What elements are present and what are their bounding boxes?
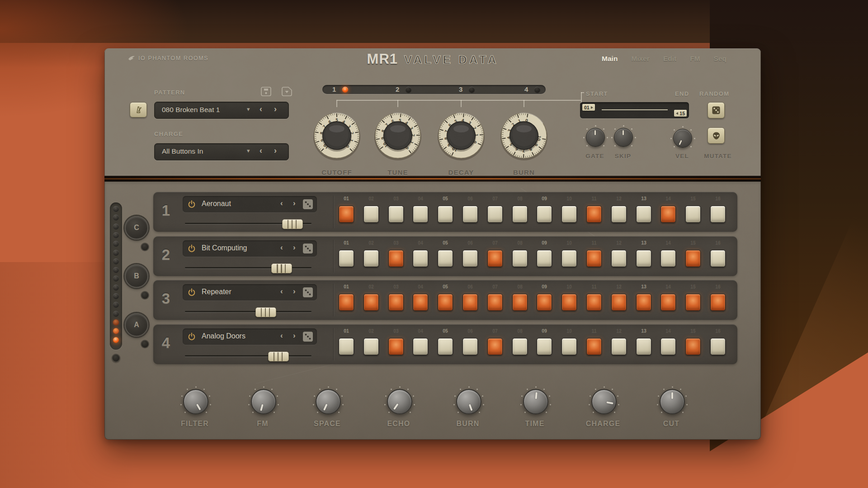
step-button-14-active[interactable] xyxy=(660,206,676,223)
fx-knob-cut[interactable] xyxy=(660,389,685,414)
track-power-button[interactable] xyxy=(187,200,196,209)
step-button-04[interactable] xyxy=(413,338,428,355)
step-button-14[interactable] xyxy=(660,250,676,267)
step-button-12-active[interactable] xyxy=(611,294,627,311)
track-volume-slider[interactable] xyxy=(185,219,311,228)
fx-knob-burn[interactable] xyxy=(456,389,481,414)
charge-prev-button[interactable]: ‹ xyxy=(259,146,262,155)
track-power-button[interactable] xyxy=(187,288,196,297)
step-button-05[interactable] xyxy=(438,338,453,355)
fx-knob-echo[interactable] xyxy=(387,389,412,414)
step-button-03-active[interactable] xyxy=(388,338,404,355)
group-button-b[interactable]: B xyxy=(125,264,148,288)
track-prev-button[interactable]: ‹ xyxy=(280,331,283,340)
step-button-09[interactable] xyxy=(537,206,552,223)
step-button-07-active[interactable] xyxy=(487,250,503,267)
step-button-02[interactable] xyxy=(363,338,379,355)
step-button-05[interactable] xyxy=(438,250,453,267)
dropdown-caret-icon[interactable]: ▾ xyxy=(247,147,250,154)
knob-gate[interactable] xyxy=(586,128,605,147)
step-button-06[interactable] xyxy=(462,338,478,355)
step-button-15-active[interactable] xyxy=(685,250,701,267)
metronome-button[interactable] xyxy=(130,102,147,117)
step-button-10[interactable] xyxy=(561,338,577,355)
step-button-03[interactable] xyxy=(388,206,404,223)
pattern-select[interactable]: 080 Broken Beat 1 ▾ ‹ › xyxy=(154,102,289,119)
step-button-13[interactable] xyxy=(636,250,651,267)
step-button-16-active[interactable] xyxy=(710,294,726,311)
track-random-button[interactable] xyxy=(303,287,313,297)
knob-skip[interactable] xyxy=(614,128,633,147)
dropdown-caret-icon[interactable]: ▾ xyxy=(247,106,250,113)
step-button-08[interactable] xyxy=(512,250,528,267)
nav-mixer[interactable]: Mixer xyxy=(631,55,650,63)
pattern-prev-button[interactable]: ‹ xyxy=(259,104,262,114)
track-volume-slider[interactable] xyxy=(185,352,311,361)
step-button-01[interactable] xyxy=(339,338,354,355)
step-button-12[interactable] xyxy=(611,250,627,267)
step-button-03-active[interactable] xyxy=(388,250,404,267)
step-button-14-active[interactable] xyxy=(660,294,676,311)
step-button-01[interactable] xyxy=(339,250,354,267)
load-pattern-button[interactable] xyxy=(281,86,292,97)
step-button-01-active[interactable] xyxy=(339,206,354,223)
step-button-02-active[interactable] xyxy=(363,294,379,311)
voice-led-1[interactable] xyxy=(342,87,348,93)
fx-knob-space[interactable] xyxy=(316,389,341,414)
step-button-11-active[interactable] xyxy=(586,206,602,223)
step-button-13[interactable] xyxy=(636,338,651,355)
track-prev-button[interactable]: ‹ xyxy=(280,287,283,296)
step-button-12[interactable] xyxy=(611,338,627,355)
track-next-button[interactable]: › xyxy=(293,243,296,252)
track-random-button[interactable] xyxy=(303,332,313,342)
track-next-button[interactable]: › xyxy=(293,287,296,296)
step-button-15[interactable] xyxy=(685,206,701,223)
pattern-next-button[interactable]: › xyxy=(274,104,277,114)
step-button-06[interactable] xyxy=(462,206,478,223)
step-button-08[interactable] xyxy=(512,338,528,355)
step-button-10[interactable] xyxy=(561,250,577,267)
voice-led-4[interactable] xyxy=(534,87,540,93)
step-button-07[interactable] xyxy=(487,206,503,223)
step-button-04-active[interactable] xyxy=(413,294,428,311)
save-pattern-button[interactable] xyxy=(260,86,272,97)
track-name[interactable]: Repeater xyxy=(202,288,231,296)
step-button-14[interactable] xyxy=(660,338,676,355)
slider-handle[interactable] xyxy=(268,352,289,361)
nav-edit[interactable]: Edit xyxy=(663,55,676,63)
nav-fm[interactable]: FM xyxy=(690,55,700,63)
track-volume-slider[interactable] xyxy=(185,307,311,316)
step-button-16[interactable] xyxy=(710,338,726,355)
step-button-10-active[interactable] xyxy=(561,294,577,311)
track-prev-button[interactable]: ‹ xyxy=(280,199,283,208)
fx-knob-filter[interactable] xyxy=(183,389,208,414)
step-button-12[interactable] xyxy=(611,206,627,223)
step-button-07-active[interactable] xyxy=(487,338,503,355)
start-end-range-slider[interactable]: 01 15 xyxy=(580,102,689,118)
step-button-01-active[interactable] xyxy=(339,294,354,311)
step-button-03-active[interactable] xyxy=(388,294,404,311)
fx-knob-charge[interactable] xyxy=(591,389,617,414)
step-button-10[interactable] xyxy=(561,206,577,223)
step-button-02[interactable] xyxy=(363,206,379,223)
macro-knob-decay[interactable]: 012345678910 xyxy=(436,110,486,161)
step-button-13[interactable] xyxy=(636,206,651,223)
slider-handle[interactable] xyxy=(271,263,292,273)
voice-led-2[interactable] xyxy=(406,87,411,93)
track-volume-slider[interactable] xyxy=(185,263,311,272)
macro-knob-burn[interactable]: 012345678910 xyxy=(499,110,549,161)
step-button-09-active[interactable] xyxy=(537,294,552,311)
step-button-06[interactable] xyxy=(462,250,478,267)
random-button[interactable] xyxy=(708,102,725,118)
slider-handle[interactable] xyxy=(282,219,303,229)
step-button-15-active[interactable] xyxy=(685,338,701,355)
step-button-06-active[interactable] xyxy=(462,294,478,311)
step-button-09[interactable] xyxy=(537,338,552,355)
track-name[interactable]: Analog Doors xyxy=(202,332,245,340)
step-button-16[interactable] xyxy=(710,206,726,223)
mutate-button[interactable] xyxy=(708,127,725,144)
group-button-c[interactable]: C xyxy=(125,216,148,239)
macro-knob-cutoff[interactable]: 012345678910 xyxy=(311,110,362,161)
step-button-02[interactable] xyxy=(363,250,379,267)
step-button-09[interactable] xyxy=(537,250,552,267)
